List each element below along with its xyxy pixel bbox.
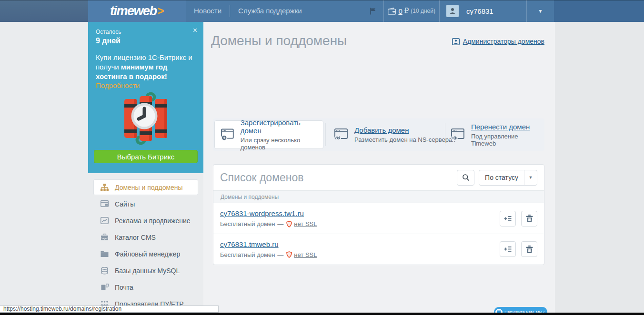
- sidebar-item-cms-catalog[interactable]: Каталог CMS: [93, 229, 198, 245]
- table-row: cy76831.tmweb.ru Бесплатный домен — нет …: [213, 234, 544, 264]
- domain-subtext: Бесплатный домен — нет SSL: [220, 220, 317, 227]
- delete-domain-button[interactable]: [521, 241, 537, 257]
- domain-link[interactable]: cy76831-wordpress.tw1.ru: [220, 209, 304, 217]
- user-icon: [449, 7, 456, 15]
- sidebar-menu: Домены и поддомены Сайты: [88, 173, 203, 312]
- promo-details-link[interactable]: Подробности: [96, 81, 140, 89]
- bitrix-promo-banner: × Осталось 9 дней Купи лицензию 1С-Битри…: [88, 22, 203, 173]
- add-to-list-icon: [504, 246, 512, 252]
- browser-plus-icon: [221, 128, 235, 141]
- username: cy76831: [466, 7, 493, 15]
- main-content: Домены и поддомены Администраторы домено…: [203, 22, 555, 315]
- transfer-domain-link[interactable]: Перенести домен: [471, 123, 544, 131]
- logo-arrow-icon: >: [158, 5, 164, 18]
- ssl-warning-shield-icon: [286, 221, 292, 227]
- briefcase-icon: [101, 234, 109, 241]
- domain-type: Бесплатный домен: [220, 220, 275, 227]
- user-dropdown-caret[interactable]: ▼: [526, 0, 554, 22]
- status-url: https://hosting.timeweb.ru/domains/regis…: [0, 305, 219, 313]
- promo-text: Купи лицензию 1С-Битрикс и получи миниму…: [96, 53, 197, 81]
- avatar: [446, 5, 459, 17]
- sidebar: × Осталось 9 дней Купи лицензию 1С-Битри…: [88, 22, 203, 315]
- header-left-margin: [0, 0, 88, 22]
- add-subdomain-button[interactable]: [500, 241, 516, 257]
- add-to-list-icon: [504, 216, 512, 222]
- browser-arrow-icon: [451, 128, 465, 141]
- domain-admins-link[interactable]: Администраторы доменов: [452, 38, 544, 45]
- logo-text: timeweb: [110, 4, 157, 19]
- close-icon[interactable]: ×: [193, 27, 197, 34]
- timeweb-logo[interactable]: timeweb >: [88, 0, 186, 22]
- promo-remaining-label: Осталось: [96, 29, 196, 35]
- wallet-icon: [388, 7, 396, 15]
- browser-link-icon: [334, 128, 349, 141]
- choose-bitrix-button[interactable]: Выбрать Битрикс: [94, 150, 198, 163]
- no-ssl-link[interactable]: нет SSL: [294, 251, 317, 258]
- balance-currency: ₽: [404, 7, 409, 15]
- sidebar-item-domains[interactable]: Домены и поддомены: [93, 179, 198, 195]
- trash-icon: [526, 246, 533, 253]
- balance-days: (10 дней): [411, 8, 435, 14]
- delete-domain-button[interactable]: [521, 211, 537, 226]
- dash: —: [277, 220, 283, 227]
- table-column-header: Домены и поддомены: [213, 190, 544, 203]
- dash: —: [277, 251, 283, 258]
- bottom-black-strip: [0, 313, 644, 315]
- ssl-warning-shield-icon: [286, 251, 292, 258]
- chart-icon: [101, 217, 109, 224]
- add-domain-subtitle: Разместить домен на NS-серверах: [354, 136, 455, 143]
- domain-link[interactable]: cy76831.tmweb.ru: [220, 240, 279, 248]
- dynamite-clock-illustration: [88, 91, 203, 148]
- browser-icon: [101, 200, 109, 207]
- sidebar-item-advertising[interactable]: Реклама и продвижение: [93, 213, 198, 228]
- search-icon: [462, 174, 470, 181]
- table-row: cy76831-wordpress.tw1.ru Бесплатный доме…: [213, 203, 544, 234]
- status-filter-dropdown[interactable]: По статусу ▼: [479, 170, 537, 186]
- folder-icon: [101, 251, 109, 257]
- right-page-margin: [555, 22, 644, 315]
- domain-subtext: Бесплатный домен — нет SSL: [220, 251, 317, 258]
- mail-icon: [101, 284, 109, 291]
- database-icon: [101, 267, 109, 275]
- nav-news[interactable]: Новости: [186, 0, 230, 21]
- domain-list-panel: Список доменов По статусу ▼ Домены и под…: [213, 164, 544, 265]
- search-button[interactable]: [457, 170, 474, 186]
- register-domain-subtitle: Или сразу несколько доменов: [241, 137, 323, 151]
- sidebar-item-file-manager[interactable]: Файловый менеджер: [93, 246, 198, 262]
- domain-list-header: Список доменов По статусу ▼: [213, 165, 544, 190]
- top-header: timeweb > Новости Служба поддержки 0 ₽ (…: [0, 0, 644, 22]
- domain-list-title: Список доменов: [220, 171, 457, 184]
- user-menu[interactable]: cy76831 ▼: [439, 0, 554, 22]
- page-title: Домены и поддомены: [211, 33, 347, 49]
- promo-remaining-value: 9 дней: [96, 37, 196, 45]
- register-domain-link[interactable]: Зарегистрировать домен: [241, 118, 323, 135]
- add-subdomain-button[interactable]: [500, 211, 516, 226]
- domain-actions-panel: Зарегистрировать домен Или сразу несколь…: [213, 118, 544, 151]
- timeweb-control-panel: timeweb > Новости Служба поддержки 0 ₽ (…: [0, 0, 644, 315]
- add-domain-link[interactable]: Добавить домен: [354, 126, 455, 134]
- transfer-domain-subtitle: Под управление Timeweb: [471, 133, 544, 147]
- nav-support[interactable]: Служба поддержки: [230, 0, 310, 21]
- sidebar-item-mysql[interactable]: Базы данных MySQL: [93, 263, 198, 278]
- sidebar-item-mail[interactable]: Почта: [93, 279, 198, 295]
- admin-user-icon: [452, 38, 460, 45]
- actions-separator: [325, 123, 326, 146]
- chevron-down-icon[interactable]: ▼: [524, 175, 537, 180]
- add-domain-item[interactable]: Добавить домен Разместить домен на NS-се…: [334, 118, 455, 151]
- sitemap-icon: [101, 184, 109, 191]
- transfer-domain-item[interactable]: Перенести домен Под управление Timeweb: [451, 118, 544, 151]
- balance-widget[interactable]: 0 ₽ (10 дней): [383, 0, 439, 22]
- no-ssl-link[interactable]: нет SSL: [294, 220, 317, 227]
- sidebar-item-sites[interactable]: Сайты: [93, 196, 198, 212]
- domain-type: Бесплатный домен: [220, 251, 275, 258]
- trash-icon: [526, 215, 533, 222]
- header-nav: Новости Служба поддержки: [186, 0, 383, 22]
- flag-icon[interactable]: [370, 8, 376, 15]
- status-filter-label: По статусу: [479, 174, 524, 181]
- balance-amount[interactable]: 0: [398, 7, 402, 15]
- register-domain-card[interactable]: Зарегистрировать домен Или сразу несколь…: [214, 120, 323, 149]
- header-right-margin: [554, 0, 644, 22]
